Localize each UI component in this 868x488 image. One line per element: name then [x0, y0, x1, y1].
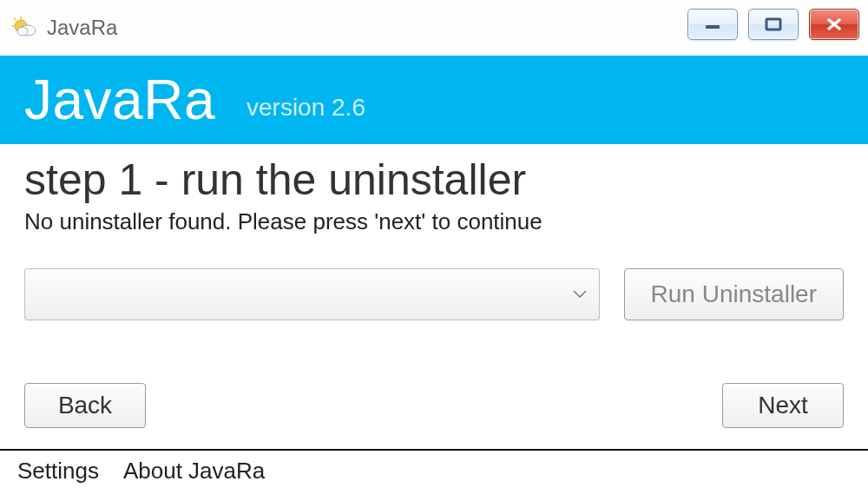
close-button[interactable] [809, 9, 859, 40]
svg-point-5 [17, 27, 28, 36]
app-header: JavaRa version 2.6 [0, 56, 868, 144]
main-content: step 1 - run the uninstaller No uninstal… [0, 144, 868, 449]
nav-row: Back Next [24, 383, 844, 439]
uninstaller-select[interactable] [24, 268, 600, 320]
status-message: No uninstaller found. Please press 'next… [24, 208, 844, 235]
step-title: step 1 - run the uninstaller [24, 155, 844, 205]
maximize-button[interactable] [748, 9, 799, 40]
svg-rect-7 [766, 19, 780, 30]
next-button[interactable]: Next [722, 383, 844, 428]
window-controls [687, 9, 859, 40]
next-label: Next [758, 392, 808, 419]
brand-name: JavaRa [24, 68, 215, 132]
minimize-icon [704, 18, 721, 30]
back-label: Back [58, 392, 112, 419]
version-label: version 2.6 [247, 78, 365, 122]
close-icon [825, 17, 843, 31]
app-icon [10, 14, 38, 42]
bottom-bar: Settings About JavaRa [0, 449, 868, 485]
chevron-down-icon [573, 287, 587, 302]
svg-line-3 [14, 18, 16, 20]
about-link[interactable]: About JavaRa [123, 458, 265, 485]
run-uninstaller-button[interactable]: Run Uninstaller [624, 268, 844, 320]
minimize-button[interactable] [687, 9, 738, 40]
app-window: JavaRa JavaRa version 2.6 st [0, 0, 868, 488]
settings-link[interactable]: Settings [17, 458, 99, 485]
maximize-icon [765, 17, 782, 31]
uninstaller-row: Run Uninstaller [24, 268, 844, 320]
window-title: JavaRa [47, 16, 117, 40]
titlebar: JavaRa [0, 0, 868, 56]
run-uninstaller-label: Run Uninstaller [651, 280, 817, 308]
svg-rect-6 [706, 25, 720, 29]
back-button[interactable]: Back [24, 383, 146, 428]
